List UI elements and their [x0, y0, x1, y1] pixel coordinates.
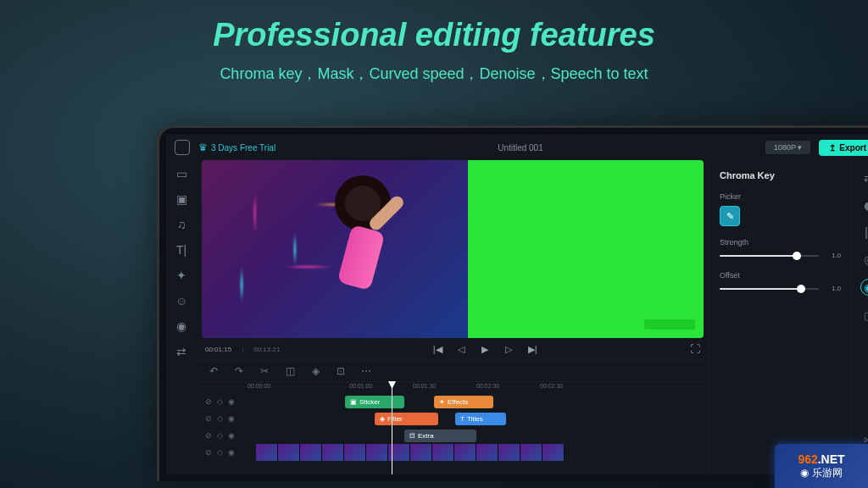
project-title[interactable]: Untitled 001: [284, 143, 757, 152]
ruler-tick: 00:01:00: [349, 383, 372, 389]
hero-subtitle: Chroma key，Mask，Curved speed，Denoise，Spe…: [0, 64, 868, 84]
eye-icon[interactable]: ◉: [228, 431, 235, 440]
layers-icon[interactable]: ▣: [175, 192, 188, 206]
swap-icon[interactable]: ⇄: [175, 345, 188, 358]
crown-icon: ♛: [198, 141, 208, 153]
trial-badge[interactable]: ♛ 3 Days Free Trial: [198, 141, 275, 153]
skip-start-icon[interactable]: |◀: [431, 343, 443, 355]
center-column: 00:01:15 | 00:13:21 |◀ ◁ ▶ ▷ ▶| ⛶ ↶ ↷ ✂ …: [197, 160, 709, 474]
clip-effects[interactable]: ✦ Effects: [434, 396, 493, 408]
trial-text: 3 Days Free Trial: [211, 143, 275, 152]
tool-c-icon[interactable]: ⊡: [334, 364, 348, 378]
ruler-tick: 00:01:30: [413, 383, 436, 389]
watermark: [644, 319, 695, 330]
record-icon[interactable]: ◉: [175, 319, 188, 333]
timeline-playhead[interactable]: [392, 382, 392, 474]
strength-label: Strength: [720, 238, 841, 247]
mute-icon[interactable]: ◇: [217, 431, 223, 440]
next-frame-icon[interactable]: ▷: [503, 343, 515, 355]
upload-icon: ↥: [829, 143, 836, 152]
crop-icon[interactable]: ▢: [861, 308, 869, 323]
audio-icon[interactable]: ♫: [175, 218, 188, 231]
offset-label: Offset: [720, 271, 841, 280]
track-row-video[interactable]: ⊘◇◉: [197, 444, 709, 461]
tool-b-icon[interactable]: ◈: [309, 364, 322, 378]
skip-end-icon[interactable]: ▶|: [526, 343, 538, 355]
play-bar: 00:01:15 | 00:13:21 |◀ ◁ ▶ ▷ ▶| ⛶: [197, 338, 709, 360]
track-row[interactable]: ⊘◇◉ ▣ Sticker ✦ Effects: [197, 393, 709, 410]
app-screen: ♛ 3 Days Free Trial Untitled 001 1080P ▾…: [166, 135, 868, 474]
right-sidebar: ⇄ ◐ ǁǀ ◎ ◉ ▢ ✂ ⧉: [851, 160, 868, 474]
more-icon[interactable]: ⋯: [359, 364, 373, 378]
offset-value: 1.0: [826, 285, 841, 292]
strength-slider[interactable]: 1.0: [720, 252, 841, 259]
clip-filter[interactable]: ◈ Filter: [375, 413, 438, 425]
eye-icon[interactable]: ◉: [228, 448, 235, 457]
ruler-tick: 00:02:30: [540, 383, 563, 389]
export-button[interactable]: ↥ Export: [819, 140, 868, 156]
export-label: Export: [839, 143, 866, 152]
mute-icon[interactable]: ◇: [217, 397, 223, 406]
lock-icon[interactable]: ⊘: [205, 414, 212, 423]
clip-extra[interactable]: ⊡ Extra: [404, 430, 476, 442]
speed-icon[interactable]: ◐: [861, 197, 869, 213]
time-total: 00:13:21: [253, 346, 280, 353]
offset-slider[interactable]: 1.0: [720, 285, 841, 292]
lock-icon[interactable]: ⊘: [205, 397, 212, 406]
picker-label: Picker: [720, 192, 841, 201]
undo-icon[interactable]: ↶: [207, 364, 220, 378]
mute-icon[interactable]: ◇: [217, 448, 223, 457]
split-icon[interactable]: ✂: [258, 364, 271, 378]
media-icon[interactable]: ▭: [175, 167, 188, 180]
ruler-tick: 00:02:00: [476, 383, 499, 389]
chroma-icon[interactable]: ◉: [860, 279, 869, 296]
adjust-icon[interactable]: ⇄: [861, 170, 869, 186]
track-row[interactable]: ⊘◇◉ ⊡ Extra: [197, 427, 709, 444]
prev-frame-icon[interactable]: ◁: [455, 343, 467, 355]
eye-icon[interactable]: ◉: [228, 414, 235, 423]
clip-titles[interactable]: T Titles: [455, 413, 506, 425]
effects-icon[interactable]: ✦: [175, 269, 188, 282]
preview-subject: [321, 181, 401, 324]
video-preview[interactable]: [202, 160, 704, 338]
timeline-toolbar: ↶ ↷ ✂ ◫ ◈ ⊡ ⋯: [197, 360, 709, 381]
preview-greenscreen: [468, 160, 704, 338]
panel-title: Chroma Key: [720, 170, 841, 180]
strength-value: 1.0: [826, 252, 841, 259]
site-badge[interactable]: 962.NET ◉ 乐游网: [775, 444, 868, 488]
time-current: 00:01:15: [205, 346, 231, 353]
home-icon[interactable]: [175, 140, 190, 155]
redo-icon[interactable]: ↷: [232, 364, 246, 378]
timeline-tracks: ⊘◇◉ ▣ Sticker ✦ Effects ⊘◇◉ ◈ Filter T T…: [197, 393, 709, 474]
left-sidebar: ▭ ▣ ♫ T| ✦ ☺ ◉ ⇄: [166, 160, 197, 474]
video-clip-thumbnails[interactable]: [256, 444, 565, 461]
clip-sticker[interactable]: ▣ Sticker: [345, 396, 404, 408]
hero-title: Professional editing features: [0, 17, 868, 53]
volume-icon[interactable]: ǁǀ: [861, 225, 869, 240]
top-bar: ♛ 3 Days Free Trial Untitled 001 1080P ▾…: [166, 135, 868, 160]
eye-icon[interactable]: ◉: [228, 397, 235, 406]
preview-left: [202, 160, 468, 338]
resolution-dropdown[interactable]: 1080P ▾: [765, 141, 810, 154]
timeline-ruler[interactable]: 00:00:00 00:01:00 00:01:30 00:02:00 00:0…: [197, 381, 709, 393]
text-icon[interactable]: T|: [175, 243, 188, 257]
color-picker-button[interactable]: ✎: [720, 206, 740, 226]
play-icon[interactable]: ▶: [479, 343, 491, 355]
mask-icon[interactable]: ◎: [861, 252, 869, 267]
mute-icon[interactable]: ◇: [217, 414, 223, 423]
tool-a-icon[interactable]: ◫: [283, 364, 297, 378]
lock-icon[interactable]: ⊘: [205, 448, 212, 457]
lock-icon[interactable]: ⊘: [205, 431, 212, 440]
properties-panel: Chroma Key Picker ✎ Strength 1.0 Offset …: [709, 160, 851, 474]
ruler-tick: 00:00:00: [248, 383, 270, 389]
sticker-icon[interactable]: ☺: [175, 294, 188, 308]
device-frame: ♛ 3 Days Free Trial Untitled 001 1080P ▾…: [157, 125, 868, 481]
track-row[interactable]: ⊘◇◉ ◈ Filter T Titles: [197, 410, 709, 427]
fullscreen-icon[interactable]: ⛶: [690, 343, 700, 355]
